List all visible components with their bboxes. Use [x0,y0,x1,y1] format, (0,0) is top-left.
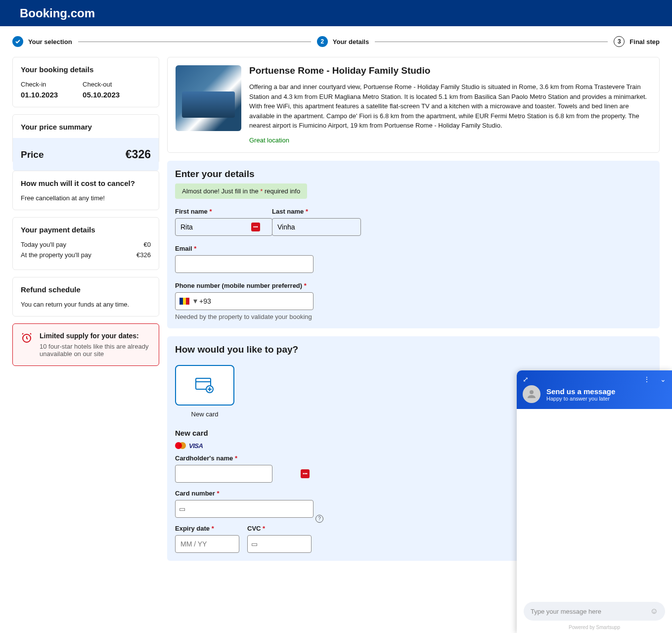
password-manager-icon[interactable]: ••• [251,223,260,231]
step-label: Your selection [28,38,72,45]
svg-point-6 [530,390,534,394]
supply-alert: Limited supply for your dates: 10 four-s… [12,323,159,366]
cvc-label: CVC * [247,525,312,532]
card-title: Your booking details [21,65,151,74]
visa-icon: VISA [189,442,203,450]
first-name-label: First name * [175,208,264,215]
step-number-icon: 3 [614,36,625,47]
site-header: Booking.com [0,0,672,26]
phone-help-text: Needed by the property to validate your … [175,313,652,320]
info-icon[interactable]: ? [315,515,323,523]
step-divider [78,42,311,42]
alert-title: Limited supply for your dates: [40,332,151,340]
progress-bar: Your selection 2 Your details 3 Final st… [0,26,672,57]
last-name-input[interactable] [272,218,361,236]
payment-details-card: Your payment details Today you'll pay €0… [12,217,159,270]
step-label: Your details [333,38,369,45]
chat-header: ⤢ ⋮ ⌄ Send us a message Happy to answer … [517,370,672,409]
cancel-text: Free cancellation at any time! [21,194,151,202]
form-title: Enter your details [175,169,652,180]
booking-details-card: Your booking details Check-in 01.10.2023… [12,57,159,107]
pay-title: How would you like to pay? [175,344,652,355]
checkin-label: Check-in [21,81,58,88]
chat-widget: ⤢ ⋮ ⌄ Send us a message Happy to answer … [517,370,672,581]
add-card-icon [195,376,215,394]
property-pay-label: At the property you'll pay [21,251,91,259]
price-value: €326 [126,148,151,161]
checkin-value: 01.10.2023 [21,90,58,99]
property-pay-value: €326 [136,251,151,259]
expand-icon[interactable]: ⤢ [523,375,529,383]
mastercard-icon [175,442,186,449]
check-icon [12,36,23,47]
price-label: Price [21,149,44,160]
today-pay-label: Today you'll pay [21,241,66,248]
last-name-label: Last name * [272,208,361,215]
step-selection: Your selection [12,36,72,47]
cardholder-input[interactable] [175,465,272,483]
price-summary-card: Your price summary Price €326 [12,114,159,164]
cancel-cost-card: How much will it cost to cancel? Free ca… [12,171,159,210]
card-title: Your payment details [21,226,151,234]
checkout-value: 05.10.2023 [83,90,120,99]
chat-body [517,409,672,581]
password-manager-icon[interactable]: ••• [301,469,310,478]
great-location-link[interactable]: Great location [249,136,289,144]
chat-title: Send us a message [546,387,615,396]
dial-code: +93 [199,297,211,305]
flag-icon[interactable] [179,298,189,305]
property-image [176,65,241,131]
email-label: Email * [175,245,314,252]
refund-schedule-card: Refund schedule You can return your fund… [12,277,159,316]
step-label: Final step [629,38,660,45]
expiry-label: Expiry date * [175,525,239,532]
details-form: Enter your details Almost done! Just fil… [167,161,660,328]
card-title: How much will it cost to cancel? [21,179,151,187]
card-title: Refund schedule [21,285,151,294]
cardholder-label: Cardholder's name * [175,454,314,462]
avatar [523,385,540,403]
property-description: Offering a bar and inner courtyard view,… [249,82,651,131]
checkout-label: Check-out [83,81,120,88]
card-title: Your price summary [21,123,151,131]
chevron-down-icon[interactable]: ⌄ [660,375,666,383]
card-icon: ▭ [179,505,185,513]
brand-logo[interactable]: Booking.com [20,6,95,20]
new-card-option[interactable] [175,365,234,406]
step-details: 2 Your details [317,36,369,47]
refund-text: You can return your funds at any time. [21,301,151,308]
step-number-icon: 2 [317,36,328,47]
menu-dots-icon[interactable]: ⋮ [643,375,650,383]
card-icon: ▭ [251,540,258,548]
info-banner: Almost done! Just fill in the * required… [175,183,307,199]
expiry-input[interactable] [175,535,239,553]
alert-text: 10 four-star hotels like this are alread… [40,343,151,358]
email-input[interactable] [175,255,314,273]
phone-input[interactable]: ▾ +93 [175,292,314,310]
cardnum-label: Card number * [175,490,314,497]
cardnum-input[interactable] [175,500,314,518]
today-pay-value: €0 [144,241,151,248]
step-final: 3 Final step [614,36,660,47]
clock-icon [21,332,33,344]
new-card-label: New card [175,410,234,418]
phone-label: Phone number (mobile number preferred) * [175,282,652,289]
step-divider [375,42,608,42]
property-name: Portuense Rome - Holiday Family Studio [249,65,651,76]
chat-subtitle: Happy to answer you later [546,396,615,402]
property-card: Portuense Rome - Holiday Family Studio O… [167,57,660,153]
